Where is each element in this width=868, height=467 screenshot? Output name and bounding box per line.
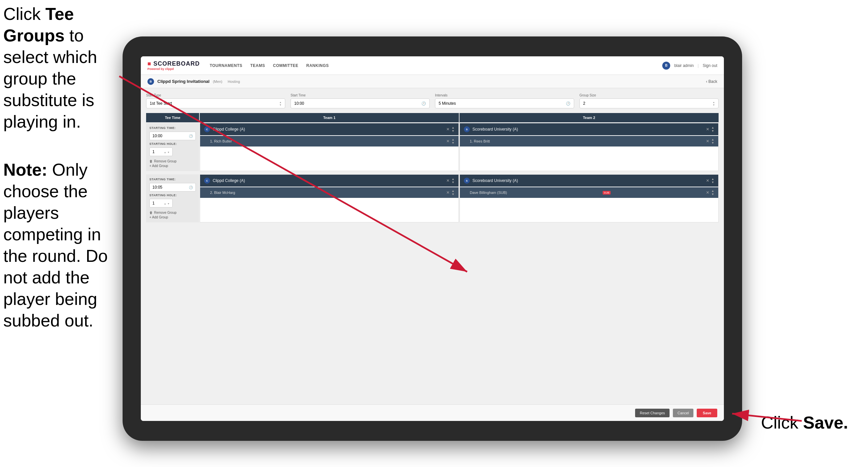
- starting-hole-input-1[interactable]: 1 ▲ ▼: [149, 147, 173, 156]
- team2-header: Team 2: [460, 113, 719, 122]
- clock-icon: 🕐: [422, 101, 426, 106]
- group-size-group: Group Size 2 ▲ ▼: [580, 93, 719, 108]
- team1-spin-2: ▲ ▼: [452, 177, 455, 184]
- tee-group-row-2: STARTING TIME: 10:05 🕐 STARTING HOLE: 1 …: [146, 174, 719, 223]
- nav-rankings[interactable]: RANKINGS: [306, 62, 329, 69]
- instruction-text: Click Tee Groups to select which group t…: [3, 3, 109, 133]
- team2-badge-1: S: [464, 126, 470, 132]
- team2-name-1: Scoreboard University (A): [472, 127, 518, 132]
- group-size-input[interactable]: 2 ▲ ▼: [580, 98, 719, 108]
- tee-time-panel-2: STARTING TIME: 10:05 🕐 STARTING HOLE: 1 …: [146, 174, 199, 223]
- team1-remove-2[interactable]: ✕: [446, 178, 450, 183]
- intervals-input[interactable]: 5 Minutes 🕐: [435, 98, 574, 108]
- sub-header: B Clippd Spring Invitational (Men) Hosti…: [141, 75, 724, 88]
- player-name-1-2: 2. Blair McHarg: [210, 191, 235, 195]
- click-save-text: Click Save.: [761, 413, 848, 433]
- sub-header-left: B Clippd Spring Invitational (Men) Hosti…: [148, 78, 240, 85]
- hosting-label: Hosting: [227, 80, 240, 84]
- gender-label: (Men): [213, 80, 222, 84]
- team2-entry-2[interactable]: S Scoreboard University (A) ✕ ▲ ▼: [460, 175, 718, 186]
- player-entry-1-2: 2. Blair McHarg ✕ ▲ ▼: [200, 187, 459, 198]
- group-size-label: Group Size: [580, 93, 719, 97]
- player-remove-1-2[interactable]: ✕: [446, 190, 450, 195]
- team1-header: Team 1: [200, 113, 459, 122]
- starting-hole-input-2[interactable]: 1 ▲ ▼: [149, 199, 173, 207]
- clock-icon-2: 🕐: [566, 101, 570, 106]
- note-body: Only choose the players competing in the…: [3, 160, 108, 330]
- nav-tournaments[interactable]: TOURNAMENTS: [210, 62, 243, 69]
- main-content: Start Type 1st Tee Start ▲ ▼ Start Time …: [141, 88, 724, 404]
- hole-spinner-2: ▲ ▼: [164, 201, 169, 205]
- player-controls-2-1: ✕ ▲ ▼: [706, 138, 714, 145]
- player-controls-1-1: ✕ ▲ ▼: [446, 138, 455, 145]
- team2-panel-1: S Scoreboard University (A) ✕ ▲ ▼: [460, 123, 719, 171]
- team1-panel-1: C Clippd College (A) ✕ ▲ ▼: [200, 123, 459, 171]
- start-settings: Start Type 1st Tee Start ▲ ▼ Start Time …: [146, 93, 719, 108]
- sub-header-badge: B: [148, 78, 154, 85]
- starting-time-input-2[interactable]: 10:05 🕐: [149, 183, 196, 192]
- starting-time-input-1[interactable]: 10:00 🕐: [149, 132, 196, 140]
- bottom-bar: Reset Changes Cancel Save: [141, 404, 724, 421]
- starting-hole-label-1: STARTING HOLE:: [149, 142, 196, 146]
- add-group-btn-1[interactable]: + Add Group: [149, 164, 196, 168]
- starting-time-label-1: STARTING TIME:: [149, 126, 196, 129]
- player-spin-2-2: ▲ ▼: [711, 189, 714, 196]
- player-remove-1-1[interactable]: ✕: [446, 139, 450, 144]
- time-clock-icon-2: 🕐: [189, 185, 193, 189]
- team2-remove-1[interactable]: ✕: [706, 127, 709, 132]
- team1-entry-1[interactable]: C Clippd College (A) ✕ ▲ ▼: [200, 123, 459, 135]
- team1-controls-2: ✕ ▲ ▼: [446, 177, 455, 184]
- intervals-group: Intervals 5 Minutes 🕐: [435, 93, 574, 108]
- tee-groups-container: STARTING TIME: 10:00 🕐 STARTING HOLE: 1 …: [146, 123, 719, 226]
- reset-changes-button[interactable]: Reset Changes: [635, 409, 670, 417]
- time-value-2: 10:05: [152, 185, 162, 189]
- team2-name-2: Scoreboard University (A): [472, 178, 518, 183]
- intervals-value: 5 Minutes: [439, 101, 456, 106]
- add-group-btn-2[interactable]: + Add Group: [149, 215, 196, 219]
- team1-panel-2: C Clippd College (A) ✕ ▲ ▼: [200, 174, 459, 223]
- tee-group-row-1: STARTING TIME: 10:00 🕐 STARTING HOLE: 1 …: [146, 123, 719, 171]
- team1-controls-1: ✕ ▲ ▼: [446, 126, 455, 133]
- note-text: Note: Only choose the players competing …: [3, 159, 116, 331]
- team2-spin-1: ▲ ▼: [711, 126, 714, 133]
- logo-icon: ■: [148, 60, 151, 67]
- instruction-prefix: Click: [3, 4, 45, 24]
- start-type-spinner: ▲ ▼: [279, 101, 282, 106]
- team2-badge-2: S: [464, 178, 470, 184]
- tee-time-panel-1: STARTING TIME: 10:00 🕐 STARTING HOLE: 1 …: [146, 123, 199, 171]
- tee-actions-2: 🗑 Remove Group + Add Group: [149, 211, 196, 219]
- player-remove-2-2[interactable]: ✕: [706, 190, 709, 195]
- signout-link[interactable]: Sign out: [703, 63, 717, 68]
- hole-value-2: 1: [152, 201, 155, 205]
- player-controls-2-2: ✕ ▲ ▼: [706, 189, 714, 196]
- navbar: ■ SCOREBOARD Powered by clippd TOURNAMEN…: [141, 56, 724, 75]
- back-button[interactable]: ‹ Back: [706, 79, 717, 84]
- remove-group-btn-2[interactable]: 🗑 Remove Group: [149, 211, 196, 214]
- team2-entry-1[interactable]: S Scoreboard University (A) ✕ ▲ ▼: [460, 123, 718, 135]
- logo-text: SCOREBOARD: [153, 60, 200, 67]
- remove-group-btn-1[interactable]: 🗑 Remove Group: [149, 159, 196, 163]
- player-spin-2-1: ▲ ▼: [711, 138, 714, 145]
- cancel-button[interactable]: Cancel: [673, 409, 693, 417]
- nav-committee[interactable]: COMMITTEE: [273, 62, 299, 69]
- start-type-input[interactable]: 1st Tee Start ▲ ▼: [146, 98, 285, 108]
- player-remove-2-1[interactable]: ✕: [706, 139, 709, 144]
- column-headers: Tee Time Team 1 Team 2: [146, 113, 719, 122]
- note-label: Note:: [3, 160, 52, 179]
- player-name-1-1: 1. Rich Butler: [210, 139, 232, 143]
- tablet-screen: ■ SCOREBOARD Powered by clippd TOURNAMEN…: [141, 56, 724, 421]
- save-button[interactable]: Save: [697, 409, 717, 417]
- player-controls-1-2: ✕ ▲ ▼: [446, 189, 455, 196]
- group-size-spinner: ▲ ▼: [713, 101, 715, 106]
- team1-entry-left-2: C Clippd College (A): [204, 178, 245, 184]
- nav-teams[interactable]: TEAMS: [250, 62, 266, 69]
- team2-panel-2: S Scoreboard University (A) ✕ ▲ ▼: [460, 174, 719, 223]
- nav-right: B blair admin | Sign out: [662, 62, 717, 69]
- team1-remove-1[interactable]: ✕: [446, 127, 450, 132]
- team1-entry-2[interactable]: C Clippd College (A) ✕ ▲ ▼: [200, 175, 459, 186]
- start-time-input[interactable]: 10:00 🕐: [290, 98, 430, 108]
- logo-powered: Powered by clippd: [148, 67, 200, 70]
- team2-remove-2[interactable]: ✕: [706, 178, 709, 183]
- team1-badge-2: C: [204, 178, 210, 184]
- player-entry-1-1: 1. Rich Butler ✕ ▲ ▼: [200, 136, 459, 146]
